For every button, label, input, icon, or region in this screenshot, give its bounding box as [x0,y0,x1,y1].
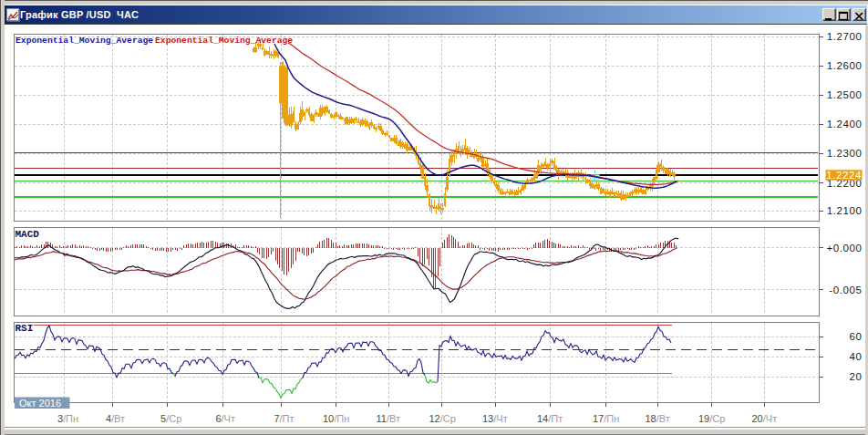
svg-text:Exponential_Moving_Average: Exponential_Moving_Average [16,36,153,46]
svg-text:1.2700: 1.2700 [827,31,863,42]
svg-text:Exponential_Moving_Average: Exponential_Moving_Average [155,36,293,46]
svg-text:40: 40 [850,351,863,362]
svg-text:1.2100: 1.2100 [827,205,863,216]
svg-text:11/Вт: 11/Вт [377,413,401,424]
svg-text:+0.000: +0.000 [826,243,862,254]
svg-text:MACD: MACD [16,229,40,240]
svg-text:17/Пн: 17/Пн [593,413,619,424]
svg-text:1.2224: 1.2224 [826,170,862,181]
svg-text:6/Чт: 6/Чт [215,413,235,424]
svg-text:Окт 2016: Окт 2016 [19,398,61,409]
svg-text:RSI: RSI [16,323,34,334]
svg-text:-0.005: -0.005 [829,285,862,295]
svg-text:3/Пн: 3/Пн [57,413,78,424]
svg-text:7/Пт: 7/Пт [274,413,294,424]
svg-text:1.2400: 1.2400 [827,119,863,129]
svg-text:1.2600: 1.2600 [827,60,863,71]
svg-text:20: 20 [850,371,863,382]
svg-text:18/Вт: 18/Вт [646,413,670,424]
svg-text:14/Пт: 14/Пт [537,413,563,424]
svg-text:13/Чт: 13/Чт [482,413,508,424]
svg-text:4/Вт: 4/Вт [106,413,125,424]
svg-text:20/Чт: 20/Чт [752,413,778,424]
svg-text:1.2500: 1.2500 [827,89,863,100]
svg-text:60: 60 [850,331,863,342]
svg-text:10/Пн: 10/Пн [323,413,349,424]
svg-text:19/Ср: 19/Ср [698,413,725,424]
svg-text:5/Ср: 5/Ср [160,413,181,424]
svg-text:12/Ср: 12/Ср [429,413,456,424]
svg-text:1.2300: 1.2300 [827,148,863,159]
